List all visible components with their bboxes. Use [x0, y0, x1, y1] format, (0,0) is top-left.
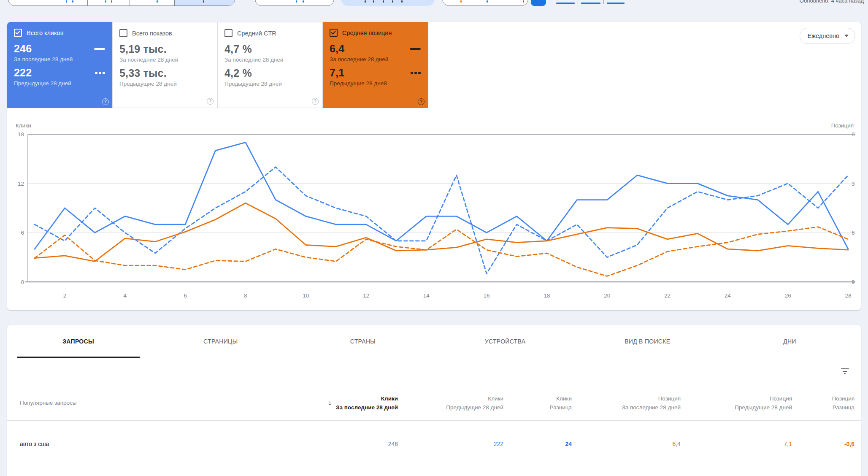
top-filter-bar: Обновлено: 4 часа назад	[0, 0, 868, 6]
cropped-glyph	[487, 0, 488, 3]
metric-value-previous: 7,1	[330, 67, 344, 79]
dimension-tabs: ЗАПРОСЫ СТРАНИЦЫ СТРАНЫ УСТРОЙСТВА ВИД В…	[7, 325, 861, 358]
tab-devices[interactable]: УСТРОЙСТВА	[434, 325, 576, 358]
cropped-glyph	[157, 0, 158, 3]
checkbox-average-position[interactable]	[330, 29, 338, 37]
toolbar-links[interactable]	[556, 0, 628, 6]
cropped-glyph	[72, 0, 73, 3]
metric-period-previous: Предыдущие 28 дней	[119, 81, 211, 87]
svg-text:12: 12	[18, 181, 24, 187]
filter-icon[interactable]	[841, 368, 849, 375]
dashed-line-legend-icon	[411, 72, 421, 74]
filter-chip[interactable]	[255, 0, 334, 6]
metric-period-previous: Предыдущие 28 дней	[330, 80, 422, 87]
card-total-clicks[interactable]: Всего кликов 246 За последние 28 дней 22…	[7, 22, 113, 108]
column-header-position-last[interactable]: Позиция За последние 28 дней	[572, 395, 681, 412]
clicks-last-cell: 246	[293, 441, 398, 447]
column-header-clicks-last[interactable]: ↓ Клики За последние 28 дней	[293, 395, 398, 412]
column-header-clicks-prev[interactable]: Клики Предыдущие 28 дней	[398, 395, 503, 412]
help-icon[interactable]: ?	[418, 98, 425, 105]
column-header-position-prev[interactable]: Позиция Предыдущие 28 дней	[681, 395, 792, 412]
svg-text:10: 10	[303, 292, 309, 299]
search-type-segmented-control[interactable]	[8, 0, 235, 6]
performance-chart: КликиПозиция0612180369246810121416182022…	[7, 119, 861, 310]
segment-divider	[50, 0, 50, 5]
primary-action-button[interactable]	[531, 0, 546, 6]
segment-divider	[174, 0, 175, 5]
card-total-impressions[interactable]: Всего показов 5,19 тыс. За последние 28 …	[112, 22, 218, 108]
card-average-position[interactable]: Средняя позиция 6,4 За последние 28 дней…	[323, 22, 428, 108]
svg-text:9: 9	[852, 279, 855, 285]
svg-text:6: 6	[184, 292, 187, 299]
metric-value-current: 6,4	[330, 43, 344, 55]
svg-text:26: 26	[785, 292, 791, 299]
segment-active[interactable]	[174, 0, 235, 5]
svg-text:8: 8	[244, 292, 247, 299]
position-last-cell: 6,4	[572, 441, 681, 447]
link-text-cropped[interactable]	[581, 3, 600, 4]
link-separator	[603, 0, 604, 4]
segment-divider	[130, 0, 130, 5]
metric-period-previous: Предыдущие 28 дней	[224, 81, 316, 87]
checkbox-total-clicks[interactable]	[14, 29, 22, 37]
cropped-glyph	[105, 0, 106, 3]
card-label: Средний CTR	[237, 30, 276, 37]
column-header-position-diff[interactable]: Позиция Разница	[792, 395, 854, 412]
svg-text:Позиция: Позиция	[831, 122, 854, 129]
dashed-line-legend-icon	[95, 72, 105, 74]
tab-queries[interactable]: ЗАПРОСЫ	[7, 325, 149, 358]
help-icon[interactable]: ?	[207, 98, 214, 105]
tab-countries[interactable]: СТРАНЫ	[292, 325, 434, 358]
checkbox-total-impressions[interactable]	[119, 29, 127, 37]
cropped-glyph	[373, 0, 374, 3]
active-filter-chip[interactable]	[341, 0, 435, 6]
card-label: Всего кликов	[27, 30, 63, 36]
metric-value-current: 5,19 тыс.	[119, 43, 167, 55]
metric-cards-row: Всего кликов 246 За последние 28 дней 22…	[7, 22, 428, 108]
granularity-dropdown[interactable]: Ежедневно	[800, 28, 855, 44]
performance-panel: Всего кликов 246 За последние 28 дней 22…	[7, 22, 861, 310]
svg-text:2: 2	[63, 292, 67, 299]
checkbox-average-ctr[interactable]	[224, 29, 233, 37]
svg-text:6: 6	[852, 230, 855, 236]
tab-search-appearance[interactable]: ВИД В ПОИСКЕ	[576, 325, 719, 358]
clicks-diff-cell: 24	[503, 441, 572, 447]
help-icon[interactable]: ?	[102, 98, 109, 105]
svg-text:12: 12	[363, 292, 369, 299]
segment-divider	[87, 0, 88, 5]
svg-text:18: 18	[18, 131, 24, 138]
query-cell[interactable]: авто з сша	[20, 441, 293, 447]
dimensions-table-panel: ЗАПРОСЫ СТРАНИЦЫ СТРАНЫ УСТРОЙСТВА ВИД В…	[7, 325, 861, 476]
cropped-glyph	[66, 0, 67, 3]
svg-text:14: 14	[423, 292, 430, 299]
date-filter-chip[interactable]	[442, 0, 528, 6]
clicks-prev-cell: 222	[398, 441, 503, 447]
cropped-glyph	[523, 0, 524, 3]
svg-text:22: 22	[664, 292, 671, 299]
table-row[interactable]: авто з сша 246 222 24 6,4 7,1 -0,6	[7, 421, 861, 467]
svg-text:24: 24	[725, 292, 731, 299]
card-average-ctr[interactable]: Средний CTR 4,7 % За последние 28 дней 4…	[217, 22, 323, 108]
svg-text:Клики: Клики	[16, 122, 31, 129]
table-toolbar	[7, 358, 861, 386]
svg-text:0: 0	[852, 131, 855, 138]
solid-line-legend-icon	[94, 48, 105, 50]
cropped-glyph	[296, 0, 297, 3]
tab-days[interactable]: ДНИ	[719, 325, 861, 358]
position-prev-cell: 7,1	[681, 441, 792, 447]
metric-period-current: За последние 28 дней	[330, 56, 422, 62]
column-header-clicks-diff[interactable]: Клики Разница	[503, 395, 572, 412]
link-text-cropped[interactable]	[607, 3, 625, 4]
column-header-queries[interactable]: Популярные запросы	[20, 399, 293, 408]
position-diff-cell: -0,6	[792, 441, 854, 447]
metric-value-current: 246	[14, 43, 32, 55]
tab-pages[interactable]: СТРАНИЦЫ	[149, 325, 292, 358]
sort-descending-icon: ↓	[328, 398, 332, 408]
help-icon[interactable]: ?	[312, 98, 319, 105]
metric-value-previous: 222	[14, 67, 32, 79]
metric-value-current: 4,7 %	[224, 43, 252, 55]
link-text-cropped[interactable]	[556, 3, 575, 4]
cropped-glyph	[203, 0, 204, 3]
metric-period-current: За последние 28 дней	[119, 57, 211, 63]
cropped-glyph	[392, 0, 393, 3]
